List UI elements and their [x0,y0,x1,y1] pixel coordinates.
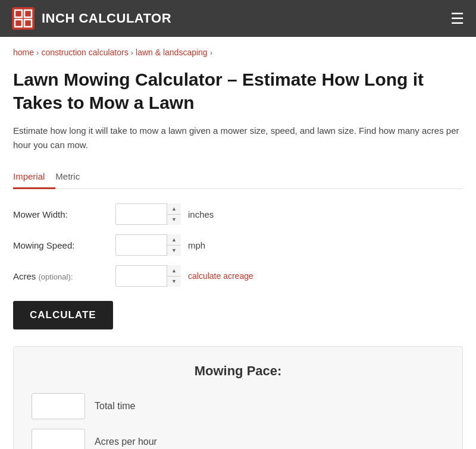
page-description: Estimate how long it will take to mow a … [13,124,463,152]
calculator-form: Mower Width: ▲ ▼ inches Mowing Speed: ▲ … [13,203,463,346]
mower-width-unit: inches [188,209,214,219]
calculate-button[interactable]: CALCULATE [13,301,113,329]
total-time-row: Total time [32,393,444,419]
calculate-acreage-link[interactable]: calculate acreage [188,271,253,281]
mowing-speed-label: Mowing Speed: [13,240,108,250]
mower-width-input-wrapper: ▲ ▼ [115,203,181,225]
mowing-speed-increment[interactable]: ▲ [167,234,181,246]
breadcrumb-sep-3: › [210,48,212,57]
acres-increment[interactable]: ▲ [167,265,181,277]
acres-decrement[interactable]: ▼ [167,277,181,287]
mowing-speed-decrement[interactable]: ▼ [167,246,181,256]
mower-width-spinner: ▲ ▼ [167,203,181,225]
mower-width-increment[interactable]: ▲ [167,203,181,215]
breadcrumb-construction[interactable]: construction calculators [41,48,128,57]
acres-per-hour-row: Acres per hour [32,429,444,449]
total-time-label: Total time [95,401,135,412]
logo-icon [12,7,35,30]
site-title: INCH CALCULATOR [42,11,171,26]
menu-button[interactable]: ☰ [450,11,464,26]
results-box: Mowing Pace: Total time Acres per hour A… [13,346,463,449]
breadcrumb: home › construction calculators › lawn &… [13,48,463,57]
mowing-speed-input-wrapper: ▲ ▼ [115,234,181,256]
breadcrumb-home[interactable]: home [13,48,34,57]
site-header: INCH CALCULATOR ☰ [0,0,476,37]
page-title: Lawn Mowing Calculator – Estimate How Lo… [13,68,463,114]
unit-tabs: Imperial Metric [13,165,463,189]
breadcrumb-lawn[interactable]: lawn & landscaping [136,48,208,57]
acres-optional: (optional): [39,272,73,281]
mowing-speed-group: Mowing Speed: ▲ ▼ mph [13,234,463,256]
results-title: Mowing Pace: [32,363,444,379]
acres-label: Acres (optional): [13,271,108,281]
breadcrumb-sep-2: › [131,48,133,57]
mowing-speed-unit: mph [188,240,205,250]
mowing-speed-spinner: ▲ ▼ [167,234,181,256]
acres-per-hour-label: Acres per hour [95,437,157,447]
main-content: home › construction calculators › lawn &… [0,37,476,449]
tab-metric[interactable]: Metric [55,165,90,189]
mower-width-decrement[interactable]: ▼ [167,215,181,225]
acres-per-hour-value-box [32,429,85,449]
mower-width-group: Mower Width: ▲ ▼ inches [13,203,463,225]
acres-group: Acres (optional): ▲ ▼ calculate acreage [13,265,463,287]
acres-spinner: ▲ ▼ [167,265,181,287]
mower-width-label: Mower Width: [13,209,108,219]
total-time-value-box [32,393,85,419]
logo-link[interactable]: INCH CALCULATOR [12,7,171,30]
tab-imperial[interactable]: Imperial [13,165,55,189]
acres-input-wrapper: ▲ ▼ [115,265,181,287]
breadcrumb-sep-1: › [36,48,39,57]
